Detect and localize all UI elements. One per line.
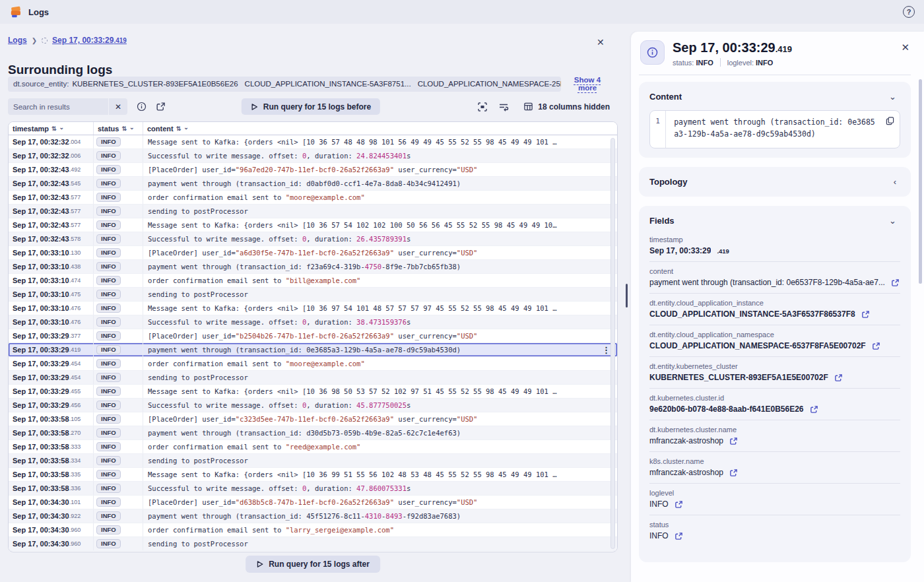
table-scrollbar[interactable] bbox=[610, 138, 615, 549]
table-row[interactable]: Sep 17, 00:33:29.454INFOsending to postP… bbox=[9, 371, 617, 385]
table-row[interactable]: Sep 17, 00:34:30.960INFOsending to postP… bbox=[9, 537, 617, 551]
table-row[interactable]: Sep 17, 00:33:58.270INFOpayment went thr… bbox=[9, 426, 617, 440]
column-header-timestamp[interactable]: timestamp⇅⌄ bbox=[9, 122, 93, 135]
table-row[interactable]: Sep 17, 00:32:43.577INFOMessage sent to … bbox=[9, 218, 617, 232]
open-field-icon[interactable] bbox=[861, 310, 870, 319]
open-field-icon[interactable] bbox=[675, 500, 683, 509]
topology-section: Topology ‹ bbox=[639, 167, 911, 197]
timestamp-cell: Sep 17, 00:32:43.577 bbox=[9, 218, 93, 232]
field-value: CLOUD_APPLICATION_INSTANCE-5A3F6537F8653… bbox=[649, 309, 855, 319]
open-field-icon[interactable] bbox=[675, 532, 683, 540]
table-row[interactable]: Sep 17, 00:33:10.130INFO[PlaceOrder] use… bbox=[9, 246, 617, 260]
timestamp-cell: Sep 17, 00:33:10.474 bbox=[9, 274, 93, 287]
search-input[interactable]: Search in results bbox=[8, 98, 108, 115]
chevron-down-icon: ⌄ bbox=[59, 124, 65, 131]
field-label: dt.kubernetes.cluster.id bbox=[649, 394, 900, 402]
chevron-down-icon[interactable]: ⌄ bbox=[885, 91, 900, 102]
open-field-icon[interactable] bbox=[891, 278, 900, 287]
table-row[interactable]: Sep 17, 00:33:10.476INFOSuccessful to wr… bbox=[9, 315, 617, 329]
table-row[interactable]: Sep 17, 00:34:30.960INFOorder confirmati… bbox=[9, 523, 617, 537]
breadcrumb-logs-link[interactable]: Logs bbox=[8, 36, 27, 45]
table-row[interactable]: Sep 17, 00:33:58.336INFOSuccessful to wr… bbox=[9, 482, 617, 496]
run-query-after-button[interactable]: Run query for 15 logs after bbox=[246, 556, 380, 573]
filter-value: KUBERNETES_CLUSTER-893EF5A1E0B56E26 bbox=[72, 80, 238, 88]
chevron-down-icon[interactable]: ⌄ bbox=[885, 215, 900, 226]
chevron-left-icon[interactable]: ‹ bbox=[890, 176, 900, 187]
sort-icon: ⇅ bbox=[121, 125, 127, 132]
open-field-icon[interactable] bbox=[729, 469, 738, 477]
table-row[interactable]: Sep 17, 00:33:29.456INFOSuccessful to wr… bbox=[9, 399, 617, 412]
table-row[interactable]: Sep 17, 00:34:30.101INFO[PlaceOrder] use… bbox=[9, 496, 617, 509]
close-icon[interactable]: ✕ bbox=[898, 40, 912, 55]
wrap-lines-icon[interactable] bbox=[498, 102, 509, 112]
clear-search-icon[interactable]: ✕ bbox=[108, 98, 127, 115]
breadcrumb-current-link[interactable]: Sep 17, 00:33:29.419 bbox=[52, 36, 127, 45]
info-icon[interactable] bbox=[137, 102, 147, 112]
status-cell: INFO bbox=[93, 191, 143, 204]
table-row[interactable]: Sep 17, 00:32:43.578INFOSuccessful to wr… bbox=[9, 232, 617, 246]
table-row[interactable]: Sep 17, 00:33:10.475INFOsending to postP… bbox=[9, 288, 617, 302]
status-cell: INFO bbox=[93, 371, 143, 384]
table-row[interactable]: Sep 17, 00:33:10.476INFOMessage sent to … bbox=[9, 302, 617, 315]
column-header-content[interactable]: content⇅⌄ bbox=[143, 122, 617, 135]
table-row[interactable]: Sep 17, 00:32:43.577INFOsending to postP… bbox=[9, 205, 617, 218]
filter-values: KUBERNETES_CLUSTER-893EF5A1E0B56E26CLOUD… bbox=[72, 80, 561, 88]
row-actions-kebab-icon[interactable]: ⋮ bbox=[602, 343, 610, 356]
field-label: dt.kubernetes.cluster.name bbox=[649, 426, 900, 434]
status-cell: INFO bbox=[93, 343, 143, 356]
table-row[interactable]: Sep 17, 00:33:58.105INFO[PlaceOrder] use… bbox=[9, 412, 617, 426]
panel-resizer-handle[interactable] bbox=[626, 284, 628, 307]
timestamp-cell: Sep 17, 00:33:58.336 bbox=[9, 482, 93, 495]
table-row[interactable]: Sep 17, 00:32:32.006INFOSuccessful to wr… bbox=[9, 149, 617, 163]
status-badge: INFO bbox=[96, 165, 121, 175]
info-tile-icon bbox=[640, 40, 665, 65]
fields-section-title: Fields bbox=[649, 216, 675, 226]
table-row[interactable]: Sep 17, 00:33:58.334INFOsending to postP… bbox=[9, 454, 617, 468]
content-cell: [PlaceOrder] user_id="b2504b26-747b-11ef… bbox=[143, 329, 617, 342]
focus-view-icon[interactable] bbox=[477, 102, 488, 112]
timestamp-cell: Sep 17, 00:32:43.577 bbox=[9, 205, 93, 218]
table-row[interactable]: Sep 17, 00:33:29.454INFOorder confirmati… bbox=[9, 357, 617, 371]
table-row[interactable]: Sep 17, 00:33:10.474INFOorder confirmati… bbox=[9, 274, 617, 288]
timestamp-cell: Sep 17, 00:33:10.475 bbox=[9, 288, 93, 301]
status-cell: INFO bbox=[93, 440, 143, 453]
open-field-icon[interactable] bbox=[872, 342, 880, 350]
field-value: 9e620b06-b078-4e88-8aab-f641E0B56E26 bbox=[649, 404, 804, 414]
content-cell: Message sent to Kafka: {orders <nil> [10… bbox=[143, 302, 617, 315]
source-entity-filter-chip[interactable]: dt.source_entity: KUBERNETES_CLUSTER-893… bbox=[8, 77, 561, 92]
field-item-k8s-cluster-name: k8s.cluster.namemfranczak-astroshop bbox=[649, 452, 900, 484]
table-row[interactable]: Sep 17, 00:32:43.545INFOpayment went thr… bbox=[9, 177, 617, 191]
table-row[interactable]: Sep 17, 00:32:32.004INFOMessage sent to … bbox=[9, 135, 617, 149]
table-row[interactable]: Sep 17, 00:32:43.492INFO[PlaceOrder] use… bbox=[9, 163, 617, 177]
copy-icon[interactable] bbox=[886, 116, 894, 127]
content-cell: sending to postProcessor bbox=[143, 537, 617, 550]
status-badge: INFO bbox=[96, 539, 121, 549]
help-icon[interactable]: ? bbox=[903, 6, 915, 18]
table-row-selected[interactable]: Sep 17, 00:33:29.419INFOpayment went thr… bbox=[9, 343, 617, 357]
status-badge: INFO bbox=[96, 428, 121, 438]
columns-hidden-button[interactable]: 18 columns hidden bbox=[519, 101, 614, 112]
field-value: Sep 17, 00:33:29 bbox=[649, 246, 711, 255]
status-badge: INFO bbox=[96, 456, 121, 466]
open-field-icon[interactable] bbox=[834, 373, 843, 382]
open-field-icon[interactable] bbox=[810, 405, 818, 414]
run-query-before-button[interactable]: Run query for 15 logs before bbox=[242, 98, 380, 115]
table-row[interactable]: Sep 17, 00:32:43.577INFOorder confirmati… bbox=[9, 191, 617, 205]
table-row[interactable]: Sep 17, 00:33:10.438INFOpayment went thr… bbox=[9, 260, 617, 274]
column-header-status[interactable]: status⇅⌄ bbox=[93, 122, 143, 135]
filter-key: dt.source_entity: bbox=[13, 80, 69, 88]
table-row[interactable]: Sep 17, 00:33:58.335INFOMessage sent to … bbox=[9, 468, 617, 482]
open-with-icon[interactable] bbox=[156, 102, 166, 112]
close-icon[interactable]: ✕ bbox=[593, 36, 606, 49]
details-subheader: status:INFO loglevel:INFO bbox=[673, 58, 792, 67]
table-row[interactable]: Sep 17, 00:34:30.922INFOpayment went thr… bbox=[9, 509, 617, 523]
sort-icon: ⇅ bbox=[176, 125, 182, 132]
status-badge: INFO bbox=[96, 387, 121, 397]
table-row[interactable]: Sep 17, 00:33:58.333INFOorder confirmati… bbox=[9, 440, 617, 454]
details-scrollbar[interactable] bbox=[919, 79, 922, 284]
open-field-icon[interactable] bbox=[729, 437, 738, 445]
status-cell: INFO bbox=[93, 246, 143, 259]
show-more-filters-button[interactable]: Show 4 more bbox=[561, 75, 614, 92]
table-row[interactable]: Sep 17, 00:33:29.455INFOMessage sent to … bbox=[9, 385, 617, 399]
table-row[interactable]: Sep 17, 00:33:29.377INFO[PlaceOrder] use… bbox=[9, 329, 617, 343]
